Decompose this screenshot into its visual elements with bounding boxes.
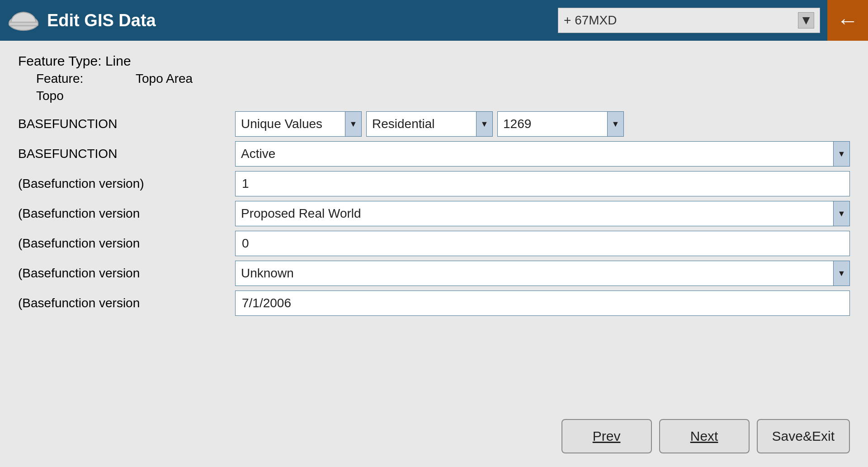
field-label-version-2: (Basefunction version (18, 206, 235, 221)
field-row-version-3: (Basefunction version 0 (18, 231, 850, 256)
field-label-version-3: (Basefunction version (18, 236, 235, 251)
field-control-basefunction-1: Unique Values ▼ Residential ▼ 1269 ▼ (235, 111, 850, 137)
version-1-input[interactable]: 1 (235, 171, 850, 196)
proposed-real-world-arrow-icon[interactable]: ▼ (833, 201, 849, 226)
field-label-version-4: (Basefunction version (18, 266, 235, 281)
field-row-version-5: (Basefunction version 7/1/2006 (18, 291, 850, 316)
next-button[interactable]: Next (659, 419, 750, 453)
topo-label: Topo (36, 89, 850, 103)
header: Edit GIS Data + 67MXD ▼ ← (0, 0, 868, 41)
app-logo (7, 4, 40, 37)
save-exit-button[interactable]: Save&Exit (757, 419, 850, 453)
field-row-version-1: (Basefunction version) 1 (18, 171, 850, 196)
version-3-input[interactable]: 0 (235, 231, 850, 256)
field-label-version-1: (Basefunction version) (18, 176, 235, 191)
date-input[interactable]: 7/1/2006 (235, 291, 850, 316)
field-row-version-2: (Basefunction version Proposed Real Worl… (18, 201, 850, 226)
app-title: Edit GIS Data (47, 11, 558, 30)
back-button[interactable]: ← (827, 0, 868, 41)
proposed-real-world-select[interactable]: Proposed Real World ▼ (235, 201, 850, 226)
date-value: 7/1/2006 (242, 296, 291, 310)
field-control-version-3: 0 (235, 231, 850, 256)
search-value: + 67MXD (564, 13, 794, 28)
unique-values-arrow-icon[interactable]: ▼ (345, 112, 361, 136)
svg-rect-1 (9, 22, 38, 26)
prev-label: Prev (593, 429, 621, 444)
back-arrow-icon: ← (837, 8, 859, 33)
unique-values-select[interactable]: Unique Values ▼ (235, 111, 362, 137)
unknown-arrow-icon[interactable]: ▼ (833, 261, 849, 286)
field-control-basefunction-2: Active ▼ (235, 141, 850, 167)
field-control-version-1: 1 (235, 171, 850, 196)
value-1269-label: 1269 (503, 117, 607, 131)
residential-select[interactable]: Residential ▼ (366, 111, 493, 137)
feature-value: Topo Area (136, 71, 193, 86)
residential-arrow-icon[interactable]: ▼ (476, 112, 492, 136)
active-label: Active (241, 147, 833, 161)
feature-row: Feature: Topo Area (36, 71, 850, 86)
version-3-value: 0 (242, 236, 249, 251)
save-exit-label: Save&Exit (772, 429, 835, 444)
proposed-real-world-label: Proposed Real World (241, 206, 833, 221)
field-label-basefunction-2: BASEFUNCTION (18, 147, 235, 161)
field-control-version-2: Proposed Real World ▼ (235, 201, 850, 226)
residential-label: Residential (372, 117, 476, 131)
meta-section: Feature Type: Line Feature: Topo Area To… (18, 53, 850, 103)
value-1269-select[interactable]: 1269 ▼ (497, 111, 624, 137)
unknown-label: Unknown (241, 266, 833, 281)
unique-values-label: Unique Values (241, 117, 345, 131)
field-label-basefunction-1: BASEFUNCTION (18, 117, 235, 131)
value-1269-arrow-icon[interactable]: ▼ (607, 112, 623, 136)
field-control-version-5: 7/1/2006 (235, 291, 850, 316)
next-label: Next (690, 429, 718, 444)
unknown-select[interactable]: Unknown ▼ (235, 261, 850, 286)
active-arrow-icon[interactable]: ▼ (833, 142, 849, 166)
field-row-basefunction-2: BASEFUNCTION Active ▼ (18, 141, 850, 167)
bottom-bar: Prev Next Save&Exit (18, 410, 850, 458)
feature-type-label: Feature Type: Line (18, 53, 850, 69)
active-select[interactable]: Active ▼ (235, 141, 850, 167)
feature-label: Feature: (36, 71, 108, 86)
search-box[interactable]: + 67MXD ▼ (558, 8, 820, 33)
content-area: Feature Type: Line Feature: Topo Area To… (0, 41, 868, 467)
search-dropdown-icon[interactable]: ▼ (798, 12, 814, 29)
version-1-value: 1 (242, 176, 249, 191)
field-label-version-5: (Basefunction version (18, 296, 235, 310)
field-row-basefunction-1: BASEFUNCTION Unique Values ▼ Residential… (18, 111, 850, 137)
fields-section: BASEFUNCTION Unique Values ▼ Residential… (18, 111, 850, 410)
field-row-version-4: (Basefunction version Unknown ▼ (18, 261, 850, 286)
field-control-version-4: Unknown ▼ (235, 261, 850, 286)
prev-button[interactable]: Prev (561, 419, 652, 453)
